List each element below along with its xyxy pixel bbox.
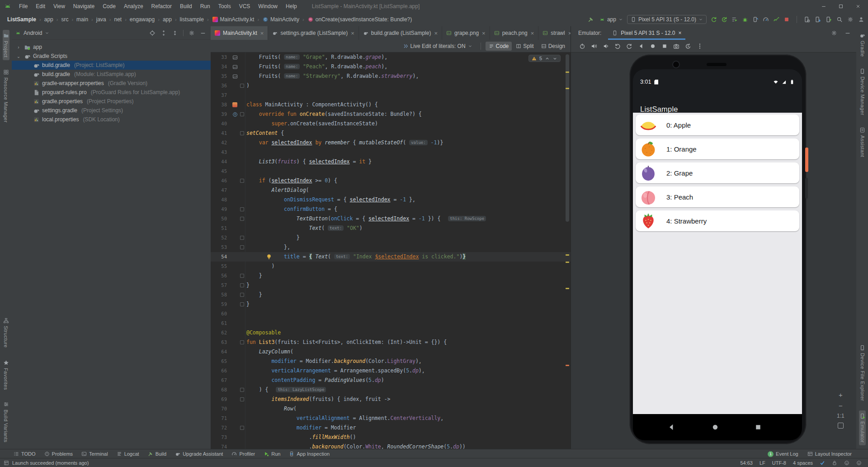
stripe-tab-emulator[interactable]: Emulator: [859, 410, 866, 445]
locate-icon[interactable]: [149, 30, 156, 36]
image-preview-icon[interactable]: [232, 74, 238, 79]
line-separator[interactable]: LF: [760, 460, 765, 466]
menu-navigate[interactable]: Navigate: [69, 0, 99, 13]
fold-marker[interactable]: [240, 293, 244, 297]
power-icon[interactable]: [579, 43, 585, 49]
code-line-50[interactable]: 50 TextButton(onClick = { selectedIndex …: [211, 214, 571, 224]
overrides-icon[interactable]: [232, 112, 238, 117]
nav-overview-icon[interactable]: [661, 43, 668, 49]
stripe-tab-structure[interactable]: Structure: [3, 315, 9, 350]
tree-item-local.properties[interactable]: local.properties(SDK Location): [12, 115, 211, 124]
scrollbar-mark[interactable]: [566, 262, 569, 263]
inspection-widget[interactable]: 5: [528, 55, 561, 62]
nav-overview-button[interactable]: [754, 423, 762, 431]
code-line-44[interactable]: 44 List3(fruits) { selectedIndex = it }: [211, 157, 571, 167]
breadcrumb-item[interactable]: engawapg: [129, 16, 155, 23]
close-icon[interactable]: ×: [531, 30, 534, 36]
maximize-icon[interactable]: [838, 4, 844, 9]
zoom-in-button[interactable]: +: [837, 391, 844, 398]
code-line-45[interactable]: 45: [211, 167, 571, 176]
caret-position[interactable]: 54:63: [740, 460, 753, 466]
fold-marker[interactable]: [240, 426, 244, 430]
screenshot-icon[interactable]: [673, 43, 679, 49]
menu-tools[interactable]: Tools: [214, 0, 235, 13]
code-line-42[interactable]: 42 var selectedIndex by remember { mutab…: [211, 138, 571, 148]
tree-item-gradle-wrapper.properties[interactable]: gradle-wrapper.properties(Gradle Version…: [12, 79, 211, 88]
menu-file[interactable]: File: [15, 0, 32, 13]
settings-icon[interactable]: [189, 30, 195, 36]
gear-icon[interactable]: [831, 30, 837, 36]
scrollbar-mark[interactable]: [566, 88, 569, 89]
menu-run[interactable]: Run: [196, 0, 214, 13]
menu-analyze[interactable]: Analyze: [120, 0, 147, 13]
scrollbar-mark[interactable]: [566, 365, 569, 366]
code-line-52[interactable]: 52 }: [211, 233, 571, 243]
file-encoding[interactable]: UTF-8: [772, 460, 786, 466]
hide-icon[interactable]: [200, 30, 206, 36]
code-line-58[interactable]: 58 }: [211, 290, 571, 300]
code-line-46[interactable]: 46 if (selectedIndex >= 0) {: [211, 176, 571, 186]
list-item-peach[interactable]: 3: Peach: [636, 186, 799, 207]
fold-marker[interactable]: [240, 283, 244, 287]
fold-marker[interactable]: [240, 112, 244, 116]
editor-tab-mainactivity.kt[interactable]: MainActivity.kt×: [211, 26, 268, 40]
snapshot-icon[interactable]: [685, 43, 691, 49]
device-screen[interactable]: 3:01 ListSample 0: Apple1: Ora: [633, 69, 802, 440]
stripe-tab-resource-manager[interactable]: Resource Manager: [3, 67, 9, 125]
breadcrumb-item[interactable]: ListSample: [7, 16, 37, 23]
list-item-strawberry[interactable]: 4: Strawberry: [636, 210, 799, 231]
toolwindow-button-terminal[interactable]: Terminal: [81, 451, 108, 457]
frown-icon[interactable]: [856, 460, 862, 466]
nav-home-icon[interactable]: [650, 43, 656, 49]
code-line-35[interactable]: 35 Fruits( name: "Strawberry", R.drawabl…: [211, 71, 571, 81]
code-line-48[interactable]: 48 onDismissRequest = { selectedIndex = …: [211, 195, 571, 205]
code-line-72[interactable]: 72 modifier = Modifier: [211, 423, 571, 433]
scrollbar-thumb[interactable]: [566, 54, 569, 222]
breadcrumb-file[interactable]: MainActivity.kt: [220, 16, 255, 23]
breadcrumb-item[interactable]: java: [96, 16, 107, 23]
breadcrumb-class[interactable]: MainActivity: [270, 16, 300, 23]
breadcrumb-method[interactable]: onCreate(savedInstanceState: Bundle?): [315, 16, 412, 23]
code-line-73[interactable]: 73 .fillMaxWidth(): [211, 433, 571, 442]
toolwindow-button-todo[interactable]: TODO: [14, 451, 36, 457]
fold-marker[interactable]: [240, 397, 244, 401]
build-hammer-button[interactable]: [586, 15, 595, 24]
editor-tab-peach.png[interactable]: peach.png×: [490, 26, 539, 40]
code-line-64[interactable]: 64 LazyColumn(: [211, 347, 571, 357]
fold-marker[interactable]: [240, 179, 244, 183]
code-line-51[interactable]: 51 Text( text: "OK"): [211, 224, 571, 233]
volume-button[interactable]: [805, 178, 808, 199]
code-line-56[interactable]: 56 }: [211, 271, 571, 281]
code-line-40[interactable]: 40 super.onCreate(savedInstanceState): [211, 119, 571, 129]
menu-code[interactable]: Code: [99, 0, 120, 13]
run-config-select[interactable]: app: [599, 16, 623, 23]
close-icon[interactable]: ×: [351, 30, 354, 36]
volume-down-icon[interactable]: [603, 43, 609, 49]
fold-marker[interactable]: [240, 274, 244, 278]
breadcrumb-item[interactable]: src: [61, 16, 69, 23]
tree-item-gradle.properties[interactable]: gradle.properties(Project Properties): [12, 97, 211, 106]
breadcrumb-item[interactable]: net: [113, 16, 122, 23]
toolwindow-button-upgrade-assistant[interactable]: Upgrade Assistant: [175, 451, 223, 457]
list-item-orange[interactable]: 1: Orange: [636, 138, 799, 159]
tree-item-proguard-rules.pro[interactable]: proguard-rules.pro(ProGuard Rules for Li…: [12, 88, 211, 97]
tree-item-settings.gradle[interactable]: settings.gradle(Project Settings): [12, 106, 211, 115]
collapse-icon[interactable]: [172, 30, 178, 36]
code-line-37[interactable]: 37: [211, 91, 571, 100]
mode-code-button[interactable]: Code: [486, 42, 512, 51]
menu-vcs[interactable]: VCS: [235, 0, 255, 13]
code-line-74[interactable]: 74 .background(Color.White, RoundedCorne…: [211, 442, 571, 449]
menu-help[interactable]: Help: [282, 0, 301, 13]
tree-item-gradle-scripts[interactable]: ⌄Gradle Scripts: [12, 52, 211, 61]
volume-up-icon[interactable]: [591, 43, 597, 49]
menu-refactor[interactable]: Refactor: [147, 0, 176, 13]
breadcrumb-item[interactable]: app: [44, 16, 54, 23]
fold-marker[interactable]: [240, 84, 244, 88]
stripe-tab-favorites[interactable]: Favorites: [3, 357, 9, 393]
mode-design-button[interactable]: Design: [538, 42, 568, 51]
fold-marker[interactable]: [240, 236, 244, 240]
fold-marker[interactable]: [240, 131, 244, 135]
code-line-36[interactable]: 36): [211, 81, 571, 91]
code-line-47[interactable]: 47 AlertDialog(: [211, 186, 571, 195]
chevron-right-icon[interactable]: ›: [15, 45, 22, 50]
